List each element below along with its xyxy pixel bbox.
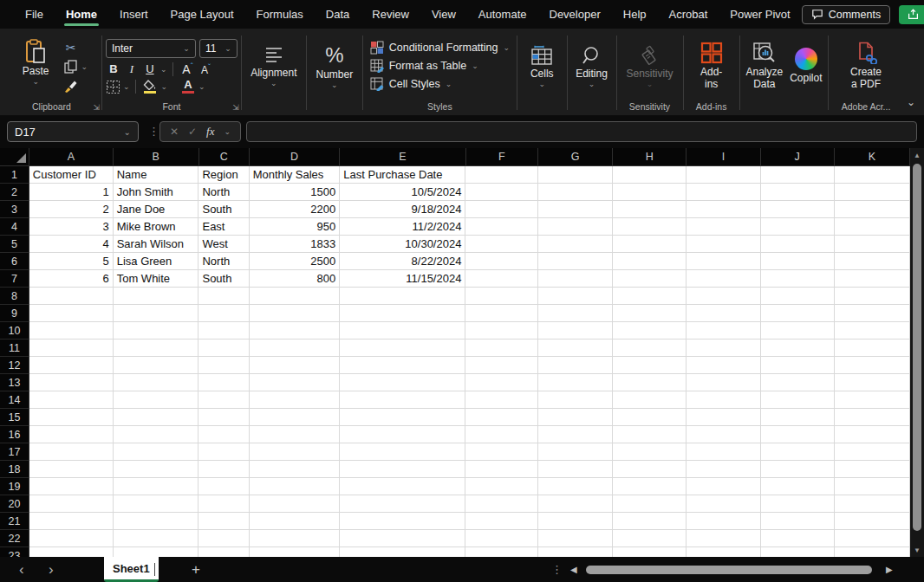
cell-I11[interactable] [686,340,760,357]
cell-F6[interactable] [465,253,537,270]
cell-C1[interactable]: Region [198,166,249,184]
cell-A4[interactable]: 3 [29,218,114,236]
cell-H22[interactable] [613,530,686,547]
cell-B22[interactable] [114,530,199,547]
cell-F20[interactable] [465,495,537,513]
menu-tab-view[interactable]: View [420,0,467,29]
menu-tab-automate[interactable]: Automate [467,0,538,29]
cell-H1[interactable] [613,166,686,184]
cell-I10[interactable] [686,322,760,340]
cell-A14[interactable] [29,391,114,409]
cell-B18[interactable] [114,461,199,478]
menu-tab-formulas[interactable]: Formulas [245,0,315,29]
cell-I7[interactable] [686,270,760,288]
menu-tab-page-layout[interactable]: Page Layout [159,0,245,29]
row-header-22[interactable]: 22 [0,530,29,547]
cell-D17[interactable] [250,443,341,461]
column-header-i[interactable]: I [686,148,760,166]
cell-G11[interactable] [538,340,613,357]
menu-tab-insert[interactable]: Insert [108,0,159,29]
cell-J1[interactable] [761,166,835,184]
row-header-9[interactable]: 9 [0,305,29,322]
cell-C23[interactable] [198,547,249,557]
cell-I6[interactable] [686,253,760,270]
cell-H13[interactable] [613,374,686,391]
cell-D12[interactable] [250,357,341,374]
cell-K9[interactable] [835,305,910,322]
name-box[interactable]: D17 ⌄ [7,121,139,142]
cell-E6[interactable]: 8/22/2024 [340,253,465,270]
cell-E1[interactable]: Last Purchase Date [340,166,465,184]
menu-tab-review[interactable]: Review [361,0,420,29]
analyze-data-button[interactable]: AnalyzeData [744,40,784,92]
cell-K7[interactable] [835,270,910,288]
menu-tab-home[interactable]: Home [55,0,108,29]
scroll-down-icon[interactable]: ▼ [910,543,924,557]
cell-C15[interactable] [198,409,249,426]
cell-D14[interactable] [250,391,341,409]
cell-B2[interactable]: John Smith [114,184,199,201]
cell-J17[interactable] [761,443,835,461]
cell-J23[interactable] [761,547,835,557]
cell-G14[interactable] [538,391,613,409]
cell-A20[interactable] [29,495,114,513]
cell-A6[interactable]: 5 [29,253,114,270]
cell-C5[interactable]: West [198,236,249,253]
cell-C10[interactable] [198,322,249,340]
cell-K21[interactable] [835,513,910,530]
cell-A8[interactable] [29,288,114,305]
cell-A19[interactable] [29,478,114,495]
cell-B3[interactable]: Jane Doe [114,201,199,218]
cell-E11[interactable] [340,340,465,357]
scroll-right-icon[interactable]: ▶ [886,557,893,582]
cell-G17[interactable] [538,443,613,461]
row-header-23[interactable]: 23 [0,547,29,557]
cell-B4[interactable]: Mike Brown [114,218,199,236]
cell-G7[interactable] [538,270,613,288]
cell-J16[interactable] [761,426,835,443]
cell-C6[interactable]: North [198,253,249,270]
row-header-19[interactable]: 19 [0,478,29,495]
ribbon-collapse-button[interactable]: ⌄ [903,29,922,115]
editing-button[interactable]: Editing ⌄ [569,43,615,88]
cell-C20[interactable] [198,495,249,513]
cell-A5[interactable]: 4 [29,236,114,253]
cell-I22[interactable] [686,530,760,547]
cell-I12[interactable] [686,357,760,374]
cell-F19[interactable] [465,478,537,495]
cell-J11[interactable] [761,340,835,357]
cell-C11[interactable] [198,340,249,357]
borders-button[interactable] [106,80,120,94]
cell-D4[interactable]: 950 [250,218,341,236]
column-header-f[interactable]: F [466,148,538,166]
cell-H3[interactable] [613,201,686,218]
cell-F13[interactable] [465,374,537,391]
cell-G4[interactable] [538,218,613,236]
cell-H4[interactable] [613,218,686,236]
row-header-14[interactable]: 14 [0,391,29,409]
cell-E20[interactable] [340,495,465,513]
cell-J15[interactable] [761,409,835,426]
cell-K17[interactable] [835,443,910,461]
cell-G12[interactable] [538,357,613,374]
font-color-button[interactable]: A [180,80,196,94]
cell-G21[interactable] [538,513,613,530]
cell-B23[interactable] [114,547,199,557]
format-as-table-button[interactable]: Format as Table ⌄ [370,59,478,73]
cell-I9[interactable] [686,305,760,322]
cell-E5[interactable]: 10/30/2024 [340,236,465,253]
cell-C13[interactable] [198,374,249,391]
column-header-e[interactable]: E [340,148,465,166]
cell-A9[interactable] [29,305,114,322]
cell-F3[interactable] [465,201,537,218]
cell-E4[interactable]: 11/2/2024 [340,218,465,236]
cell-E16[interactable] [340,426,465,443]
cell-K6[interactable] [835,253,910,270]
cell-G5[interactable] [538,236,613,253]
enter-icon[interactable]: ✓ [188,126,197,138]
cell-C16[interactable] [198,426,249,443]
cell-F2[interactable] [465,184,537,201]
cell-K15[interactable] [835,409,910,426]
cell-F12[interactable] [465,357,537,374]
cell-K20[interactable] [835,495,910,513]
